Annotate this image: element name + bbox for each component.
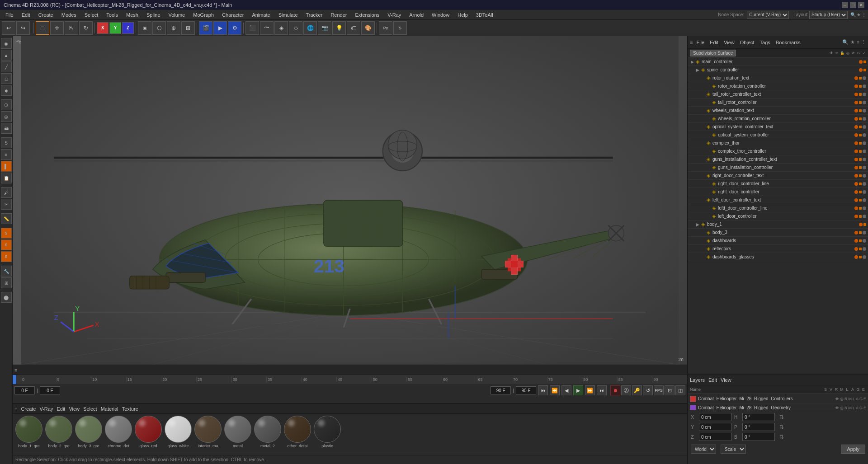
script-btn[interactable]: S xyxy=(393,21,407,35)
rp-tags[interactable]: Tags xyxy=(758,39,772,46)
render-dot[interactable] xyxy=(859,109,862,112)
rp-object[interactable]: Object xyxy=(738,39,756,46)
layers-edit[interactable]: Edit xyxy=(708,377,717,383)
layer-e-icon[interactable]: E xyxy=(863,397,866,401)
s3-icon[interactable]: S xyxy=(1,251,12,262)
vis-dot[interactable] xyxy=(854,198,858,202)
env-btn[interactable]: 🌐 xyxy=(303,21,317,35)
tree-item[interactable]: ◈ rotor_rotation_controller xyxy=(688,82,868,90)
tree-item[interactable]: ◈ right_door_controller_line xyxy=(688,180,868,188)
render-dot[interactable] xyxy=(859,239,862,242)
vis-dot[interactable] xyxy=(854,182,858,186)
lock-dot[interactable] xyxy=(863,247,866,251)
h-input[interactable] xyxy=(742,413,775,421)
layer-e-icon[interactable]: E xyxy=(863,406,866,410)
layer-item[interactable]: Combat_Helicopter_Mi_28_Rigged_Geometry … xyxy=(688,403,868,410)
rp-more-icon[interactable]: ⋮ xyxy=(861,39,866,45)
tree-item[interactable]: ◈ leftt_door_controller_line xyxy=(688,204,868,212)
menu-window[interactable]: Window xyxy=(428,11,453,19)
end-frame-input2[interactable] xyxy=(516,386,536,394)
material-item[interactable]: qlass_red xyxy=(135,416,162,448)
move-btn[interactable]: ✛ xyxy=(50,21,64,35)
x-input[interactable] xyxy=(699,413,731,421)
materials-btn[interactable]: ◎ xyxy=(1,111,12,122)
extra2-btn[interactable]: ◫ xyxy=(675,385,685,395)
rotate-btn[interactable]: ↻ xyxy=(79,21,93,35)
star-icon[interactable]: ★ xyxy=(857,12,861,17)
edge-mode-btn[interactable]: ╱ xyxy=(1,61,12,72)
vis-dot[interactable] xyxy=(854,247,858,251)
mat-vray[interactable]: V-Ray xyxy=(39,406,53,412)
jump-start-btn[interactable]: ⏮ xyxy=(538,385,548,395)
vis-dot[interactable] xyxy=(854,101,858,104)
key-btn[interactable]: 🔑 xyxy=(632,385,642,395)
record-btn[interactable]: ⏺ xyxy=(610,385,620,395)
vis-dot[interactable] xyxy=(859,68,863,72)
menu-tracker[interactable]: Tracker xyxy=(302,11,326,19)
menu-volume[interactable]: Volume xyxy=(165,11,189,19)
tree-item[interactable]: ▶ ◈ spine_controller xyxy=(688,66,868,74)
subdivision-surface-label[interactable]: Subdivision Surface xyxy=(690,50,736,56)
lock-dot[interactable] xyxy=(863,231,866,234)
render-dot[interactable] xyxy=(859,174,862,177)
lock-dot[interactable] xyxy=(863,215,866,218)
tree-item[interactable]: ▶ ◈ main_controller xyxy=(688,58,868,66)
z-input[interactable] xyxy=(699,433,731,441)
mat-select[interactable]: Select xyxy=(83,406,97,412)
node-space-select[interactable]: Current (V-Ray) xyxy=(747,11,789,19)
lock-dot[interactable] xyxy=(863,198,866,202)
active-layer-btn[interactable]: ▌ xyxy=(1,161,12,172)
python-btn[interactable]: Py xyxy=(379,21,392,35)
vis-dot[interactable] xyxy=(854,239,858,243)
lock-dot[interactable] xyxy=(863,150,866,153)
end-frame-input[interactable] xyxy=(491,386,511,394)
mat-edit[interactable]: Edit xyxy=(57,406,65,412)
tree-item[interactable]: ◈ body_3 xyxy=(688,229,868,237)
layer-lock-icon[interactable]: R xyxy=(844,406,848,410)
layer-l-icon[interactable]: L xyxy=(853,406,855,410)
vis-dot[interactable] xyxy=(854,93,858,96)
rp-star-icon[interactable]: ★ xyxy=(850,39,855,45)
window-controls[interactable]: ─ □ ✕ xyxy=(842,2,864,8)
render-dot[interactable] xyxy=(863,69,866,71)
vis-dot[interactable] xyxy=(854,76,858,80)
apply-button[interactable]: Apply xyxy=(841,445,865,454)
menu-mesh[interactable]: Mesh xyxy=(123,11,142,19)
vis-dot[interactable] xyxy=(854,166,858,169)
extra-btn[interactable]: ⬤ xyxy=(1,292,12,303)
tree-item[interactable]: ◈ right_door_controller xyxy=(688,188,868,196)
camera-btn2[interactable]: 📷 xyxy=(318,21,331,35)
vis-dot[interactable] xyxy=(859,60,863,64)
menu-create[interactable]: Create xyxy=(35,11,57,19)
vis-dot[interactable] xyxy=(854,158,858,161)
vis-dot[interactable] xyxy=(854,190,858,194)
model-mode-btn[interactable]: ◉ xyxy=(1,38,12,49)
layer-render-icon[interactable]: ◎ xyxy=(840,406,844,410)
vis-dot[interactable] xyxy=(854,255,858,259)
render-dot[interactable] xyxy=(863,223,866,226)
rp-file[interactable]: File xyxy=(694,39,706,46)
material-item[interactable]: other_detai xyxy=(284,416,311,448)
select-rect-btn[interactable]: ◻ xyxy=(36,21,49,35)
layer-btn[interactable]: 📋 xyxy=(1,173,12,183)
rp-view[interactable]: View xyxy=(722,39,736,46)
scene-tree[interactable]: ▶ ◈ main_controller ▶ ◈ spine_controller… xyxy=(688,58,868,374)
material-item[interactable]: body_2_gre xyxy=(45,416,72,448)
layer-motion-icon[interactable]: M xyxy=(848,397,852,401)
material-item[interactable]: qlass_white xyxy=(165,416,192,448)
tree-item[interactable]: ◈ wheels_rotation_controller xyxy=(688,115,868,123)
tree-item[interactable]: ◈ dashboards_glasses xyxy=(688,253,868,261)
p-input[interactable] xyxy=(742,423,775,431)
viewport[interactable]: ≡ View Cameras Display Options Filter Pa… xyxy=(13,36,687,365)
tree-item[interactable]: ◈ left_door_controller xyxy=(688,212,868,220)
vis-dot[interactable] xyxy=(854,84,858,88)
vis-dot[interactable] xyxy=(854,133,858,137)
vis-dot[interactable] xyxy=(854,215,858,218)
menu-vray[interactable]: V-Ray xyxy=(384,11,405,19)
tree-item[interactable]: ◈ rotor_rotation_text xyxy=(688,74,868,82)
z-axis-btn[interactable]: Z xyxy=(122,22,134,34)
lock-dot[interactable] xyxy=(863,93,866,96)
menu-arnold[interactable]: Arnold xyxy=(406,11,427,19)
x-axis-btn[interactable]: X xyxy=(97,22,108,34)
vis-dot[interactable] xyxy=(859,223,863,226)
